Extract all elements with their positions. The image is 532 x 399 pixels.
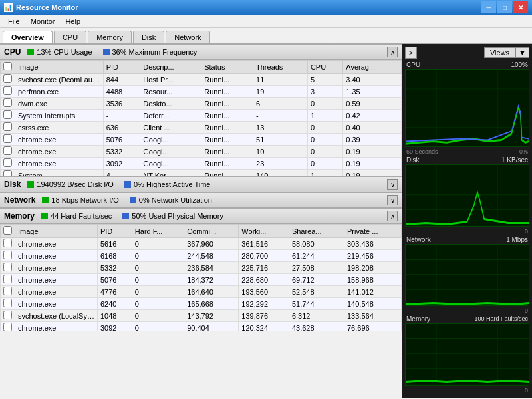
cpu-table-row[interactable]: perfmon.exe4488Resour...Runni...1931.35 [1,86,402,98]
cpu-cell-2: NT Ker... [140,170,201,177]
cpu-table-header: Image PID Descrip... Status Threads CPU … [1,61,402,74]
tab-network[interactable]: Network [166,31,209,43]
memory-col-image[interactable]: Image [15,225,98,238]
cpu-cell-1: 636 [103,122,140,134]
network-chart-bottom: 0 [405,307,529,314]
cpu-col-status[interactable]: Status [201,61,253,74]
window-controls: ─ □ ✕ [481,1,528,13]
cpu-select-all[interactable] [3,62,12,70]
memory-collapse-button[interactable]: ∧ [387,211,398,221]
tab-memory[interactable]: Memory [88,31,132,43]
cpu-chart-section: CPU 100% [405,61,529,155]
cpu-cell-5: 0 [307,122,342,134]
memory-cell-5: 43,628 [289,322,344,331]
views-button[interactable]: Views [484,47,515,58]
cpu-col-image[interactable]: Image [15,61,104,74]
cpu-row-checkbox[interactable] [3,110,12,119]
cpu-row-checkbox[interactable] [3,158,12,167]
tab-bar: Overview CPU Memory Disk Network [0,28,532,44]
memory-cell-3: 164,640 [184,286,239,298]
cpu-table-row[interactable]: chrome.exe5332Googl...Runni...1000.19 [1,146,402,158]
menu-monitor[interactable]: Monitor [25,16,61,27]
cpu-cell-6: 0.19 [343,146,402,158]
cpu-cell-6: 0.39 [343,134,402,146]
memory-cell-6: 141,012 [344,286,402,298]
disk-collapse-button[interactable]: ∨ [387,179,398,190]
memory-select-all[interactable] [3,226,12,235]
cpu-col-pid[interactable]: PID [103,61,140,74]
tab-overview[interactable]: Overview [3,31,53,43]
memory-row-checkbox[interactable] [3,323,12,331]
cpu-row-checkbox[interactable] [3,86,12,95]
memory-col-pid[interactable]: PID [97,225,132,238]
memory-col-private[interactable]: Private ... [344,225,402,238]
memory-cell-5: 6,312 [289,310,344,322]
memory-row-checkbox[interactable] [3,263,12,271]
cpu-row-checkbox[interactable] [3,170,12,176]
cpu-section-header[interactable]: CPU 13% CPU Usage 36% Maximum Frequency … [0,44,402,60]
cpu-row-checkbox[interactable] [3,74,12,83]
memory-cell-4: 280,700 [239,250,289,262]
memory-table-row[interactable]: chrome.exe56160367,960361,51658,080303,4… [1,238,402,250]
memory-table-row[interactable]: chrome.exe62400165,668192,29251,744140,5… [1,298,402,310]
tab-cpu[interactable]: CPU [54,31,86,43]
network-section-header[interactable]: Network 18 Kbps Network I/O 0% Network U… [0,192,402,208]
cpu-col-desc[interactable]: Descrip... [140,61,201,74]
close-button[interactable]: ✕ [513,1,528,13]
menu-file[interactable]: File [3,16,25,27]
memory-table-row[interactable]: chrome.exe53320236,584225,71627,508198,2… [1,262,402,274]
maximize-button[interactable]: □ [497,1,512,13]
memory-table-row[interactable]: chrome.exe61680244,548280,70061,244219,4… [1,250,402,262]
tab-disk[interactable]: Disk [133,31,164,43]
menu-help[interactable]: Help [60,16,86,27]
memory-col-shareable[interactable]: Sharea... [289,225,344,238]
memory-row-checkbox[interactable] [3,251,12,259]
cpu-table-row[interactable]: System Interrupts-Deferr...Runni...-10.4… [1,110,402,122]
cpu-row-checkbox[interactable] [3,134,12,143]
cpu-table-row[interactable]: System4NT Ker...Runni...14010.19 [1,170,402,177]
disk-section-header[interactable]: Disk 1940992 B/sec Disk I/O 0% Highest A… [0,176,402,192]
memory-cell-2: 0 [132,274,184,286]
cpu-table-row[interactable]: chrome.exe3092Googl...Runni...2300.19 [1,158,402,170]
network-stat1-dot [42,197,49,203]
cpu-row-checkbox[interactable] [3,122,12,131]
memory-table-row[interactable]: svchost.exe (LocalSystemNetwo...10480143… [1,310,402,322]
memory-cell-6: 158,968 [344,274,402,286]
cpu-table-row[interactable]: svchost.exe (DcomLaunch)844Host Pr...Run… [1,74,402,86]
cpu-cell-0: System [15,170,104,177]
network-collapse-button[interactable]: ∨ [387,195,398,205]
memory-cell-4: 192,292 [239,298,289,310]
cpu-cell-0: csrss.exe [15,122,104,134]
cpu-collapse-button[interactable]: ∧ [387,47,398,57]
cpu-col-threads[interactable]: Threads [253,61,308,74]
memory-table-row[interactable]: chrome.exe3092090,404120,32443,62876,696 [1,322,402,331]
nav-forward-button[interactable]: > [405,47,417,59]
memory-row-checkbox[interactable] [3,239,12,247]
cpu-table-row[interactable]: chrome.exe5076Googl...Runni...5100.39 [1,134,402,146]
views-dropdown-button[interactable]: ▼ [515,47,529,58]
memory-col-commit[interactable]: Commi... [184,225,239,238]
cpu-table-row[interactable]: dwm.exe3536Deskto...Runni...600.59 [1,98,402,110]
memory-cell-3: 165,668 [184,298,239,310]
memory-section-header[interactable]: Memory 44 Hard Faults/sec 50% Used Physi… [0,208,402,224]
minimize-button[interactable]: ─ [481,1,496,13]
memory-cell-0: chrome.exe [15,298,98,310]
cpu-row-checkbox[interactable] [3,146,12,155]
memory-table-row[interactable]: chrome.exe47760164,640193,56052,548141,0… [1,286,402,298]
memory-row-checkbox[interactable] [3,311,12,319]
memory-col-hardf[interactable]: Hard F... [132,225,184,238]
memory-table-row[interactable]: chrome.exe50760184,372228,68069,712158,9… [1,274,402,286]
memory-row-checkbox[interactable] [3,275,12,283]
memory-row-checkbox[interactable] [3,299,12,307]
cpu-cell-6: 0.19 [343,158,402,170]
memory-col-working[interactable]: Worki... [239,225,289,238]
cpu-table-row[interactable]: csrss.exe636Client ...Runni...1300.40 [1,122,402,134]
cpu-col-cpu[interactable]: CPU [307,61,342,74]
disk-stat2: 0% Highest Active Time [124,180,211,188]
cpu-col-avg[interactable]: Averag... [343,61,402,74]
cpu-cell-1: 3092 [103,158,140,170]
memory-row-checkbox[interactable] [3,287,12,295]
disk-chart-section: Disk 1 KB/sec 0 [405,156,529,235]
cpu-cell-5: 5 [307,74,342,86]
cpu-row-checkbox[interactable] [3,98,12,107]
